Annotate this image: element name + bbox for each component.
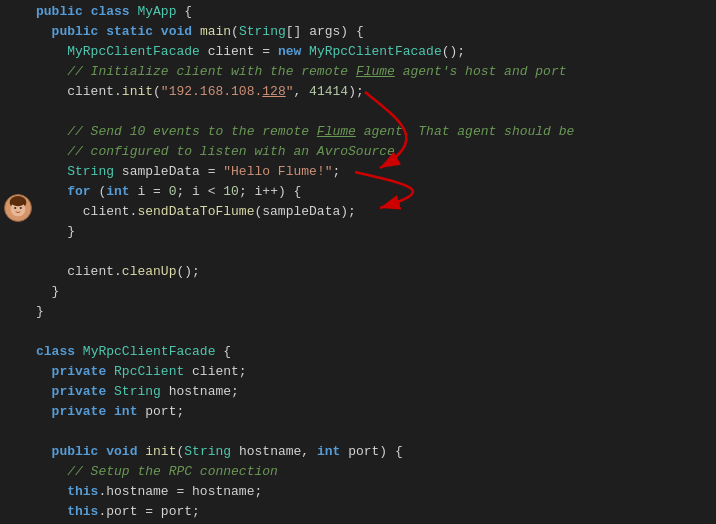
code-line-20: private String hostname;: [0, 384, 716, 404]
code-text-9: String sampleData = "Hello Flume!";: [36, 164, 708, 179]
code-line-11: client.sendDataToFlume(sampleData);: [0, 204, 716, 224]
code-line-16: }: [0, 304, 716, 324]
code-line-18: class MyRpcClientFacade {: [0, 344, 716, 364]
code-text-13: [36, 244, 708, 259]
svg-point-6: [14, 207, 16, 209]
code-text-26: this.port = port;: [36, 504, 708, 519]
code-text-10: for (int i = 0; i < 10; i++) {: [36, 184, 708, 199]
code-text-15: }: [36, 284, 708, 299]
code-line-24: // Setup the RPC connection: [0, 464, 716, 484]
code-text-4: // Initialize client with the remote Flu…: [36, 64, 708, 79]
code-text-1: public class MyApp {: [36, 4, 708, 19]
code-line-17: [0, 324, 716, 344]
code-text-12: }: [36, 224, 708, 239]
code-text-17: [36, 324, 708, 339]
svg-point-5: [11, 197, 26, 206]
avatar-character: [4, 194, 32, 222]
svg-point-7: [20, 207, 22, 209]
code-line-23: public void init(String hostname, int po…: [0, 444, 716, 464]
code-text-5: client.init("192.168.108.128", 41414);: [36, 84, 708, 99]
code-line-4: // Initialize client with the remote Flu…: [0, 64, 716, 84]
code-line-3: MyRpcClientFacade client = new MyRpcClie…: [0, 44, 716, 64]
code-line-13: [0, 244, 716, 264]
code-line-5: client.init("192.168.108.128", 41414);: [0, 84, 716, 104]
code-line-12: }: [0, 224, 716, 244]
code-line-7: // Send 10 events to the remote Flume ag…: [0, 124, 716, 144]
code-text-18: class MyRpcClientFacade {: [36, 344, 708, 359]
code-line-26: this.port = port;: [0, 504, 716, 524]
code-line-19: private RpcClient client;: [0, 364, 716, 384]
code-text-6: [36, 104, 708, 119]
code-text-16: }: [36, 304, 708, 319]
code-line-1: public class MyApp {: [0, 4, 716, 24]
code-text-20: private String hostname;: [36, 384, 708, 399]
code-text-22: [36, 424, 708, 439]
code-line-9: String sampleData = "Hello Flume!";: [0, 164, 716, 184]
code-line-14: client.cleanUp();: [0, 264, 716, 284]
code-text-3: MyRpcClientFacade client = new MyRpcClie…: [36, 44, 708, 59]
code-text-14: client.cleanUp();: [36, 264, 708, 279]
code-line-6: [0, 104, 716, 124]
code-text-8: // configured to listen with an AvroSour…: [36, 144, 708, 159]
code-text-23: public void init(String hostname, int po…: [36, 444, 708, 459]
code-line-25: this.hostname = hostname;: [0, 484, 716, 504]
code-line-2: public static void main(String[] args) {: [0, 24, 716, 44]
code-line-8: // configured to listen with an AvroSour…: [0, 144, 716, 164]
code-line-22: [0, 424, 716, 444]
code-text-19: private RpcClient client;: [36, 364, 708, 379]
code-editor: public class MyApp { public static void …: [0, 0, 716, 524]
avatar-svg: [5, 194, 31, 222]
code-text-24: // Setup the RPC connection: [36, 464, 708, 479]
code-text-7: // Send 10 events to the remote Flume ag…: [36, 124, 708, 139]
code-line-15: }: [0, 284, 716, 304]
code-line-10: for (int i = 0; i < 10; i++) {: [0, 184, 716, 204]
code-text-21: private int port;: [36, 404, 708, 419]
code-text-2: public static void main(String[] args) {: [36, 24, 708, 39]
code-text-25: this.hostname = hostname;: [36, 484, 708, 499]
code-text-11: client.sendDataToFlume(sampleData);: [36, 204, 708, 219]
code-line-21: private int port;: [0, 404, 716, 424]
